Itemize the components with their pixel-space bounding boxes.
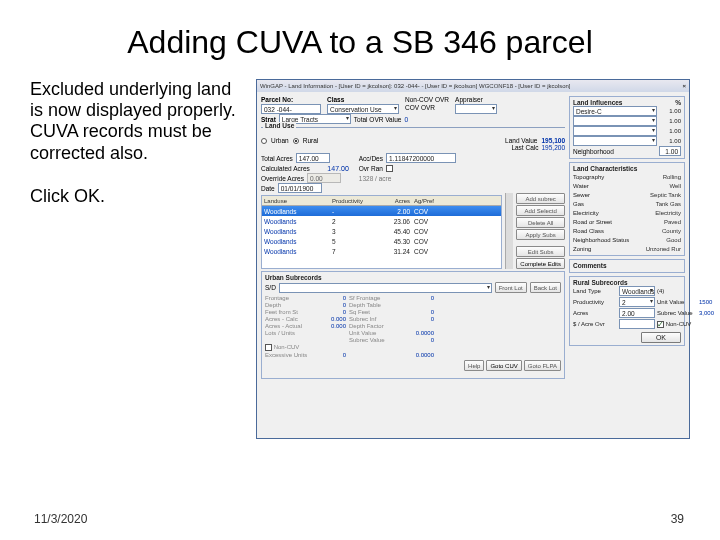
depth-table-label: Depth Table <box>349 302 401 308</box>
char-label: Water <box>573 183 589 189</box>
rural-radio[interactable] <box>293 138 299 144</box>
table-row[interactable]: Woodlands731.24COV <box>262 246 501 256</box>
total-acres-field[interactable]: 147.00 <box>296 153 330 163</box>
excessive-units-value2: 0.0000 <box>404 352 434 358</box>
productivity-select[interactable]: 2 <box>619 297 655 307</box>
override-acres-field[interactable]: 0.00 <box>307 173 341 183</box>
land-characteristics-title: Land Characteristics <box>573 165 681 172</box>
parcel-no-label: Parcel No: <box>261 96 321 103</box>
landtype-select[interactable]: Woodlands <box>619 286 655 296</box>
influence-select-1[interactable]: Desire-C <box>573 106 657 116</box>
frontage-value: 0 <box>316 295 346 301</box>
per-acre-label: 1328 / acre <box>359 175 392 182</box>
acres-field[interactable]: 2.00 <box>619 308 655 318</box>
close-icon[interactable]: × <box>682 83 686 89</box>
wingap-window: WinGAP - Land Information - [User ID = j… <box>256 79 690 439</box>
date-field[interactable]: 01/01/1900 <box>278 183 322 193</box>
complete-edits-button[interactable]: Complete Edits <box>516 258 565 269</box>
rural-noncuv-checkbox[interactable] <box>657 321 664 328</box>
window-titlebar: WinGAP - Land Information - [User ID = j… <box>257 80 689 92</box>
slide-page-number: 39 <box>671 512 684 526</box>
urban-radio[interactable] <box>261 138 267 144</box>
char-label: Gas <box>573 201 584 207</box>
class-select[interactable]: Conservation Use <box>327 104 399 114</box>
edit-subs-button[interactable]: Edit Subs <box>516 246 565 257</box>
table-row[interactable]: Woodlands-2.00COV <box>262 206 501 216</box>
table-row[interactable]: Woodlands223.06COV <box>262 216 501 226</box>
char-label: Road or Street <box>573 219 612 225</box>
add-selected-button[interactable]: Add Selectd <box>516 205 565 216</box>
char-value: Paved <box>664 219 681 225</box>
influence-select-4[interactable] <box>573 136 657 146</box>
landuse-table-header: Landuse Productivity Acres Ag/Pref <box>262 196 501 206</box>
influence-select-3[interactable] <box>573 126 657 136</box>
apply-subs-button[interactable]: Apply Subs <box>516 229 565 240</box>
scrollbar[interactable] <box>505 193 513 269</box>
appraiser-label: Appraiser <box>455 96 497 103</box>
goto-cuv-button[interactable]: Goto CUV <box>486 360 521 371</box>
unitvalue-value: 1500 <box>699 299 720 305</box>
front-lot-button[interactable]: Front Lot <box>495 282 527 293</box>
table-row[interactable]: Woodlands545.30COV <box>262 236 501 246</box>
delete-all-button[interactable]: Delete All <box>516 217 565 228</box>
char-label: Road Class <box>573 228 604 234</box>
override-acres-label: Override Acres <box>261 175 304 182</box>
land-influences-title: Land Influences <box>573 99 622 106</box>
last-calc-value: 195,200 <box>542 144 566 151</box>
acres-calc-label: Acres - Calc <box>265 316 313 322</box>
table-row[interactable]: Woodlands345.40COV <box>262 226 501 236</box>
urban-radio-label: Urban <box>271 137 289 144</box>
sf-frontage-label: Sf Frontage <box>349 295 401 301</box>
char-value: Rolling <box>663 174 681 180</box>
sqfeet-value: 0 <box>404 309 434 315</box>
noncuv-checkbox[interactable] <box>265 344 272 351</box>
class-label: Class <box>327 96 399 103</box>
subrec-inf-label: Subrec Inf <box>349 316 401 322</box>
acres-calc-value: 0.000 <box>316 316 346 322</box>
parcel-no-field[interactable]: 032 -044- <box>261 104 321 114</box>
help-button[interactable]: Help <box>464 360 484 371</box>
add-subrec-button[interactable]: Add subrec <box>516 193 565 204</box>
ovrran-checkbox[interactable] <box>386 165 393 172</box>
subrec-inf-value: 0 <box>404 316 434 322</box>
char-label: Zoning <box>573 246 591 252</box>
ok-button[interactable]: OK <box>641 332 681 343</box>
noncuv-label: Non-CUV <box>274 344 300 350</box>
pct-label: % <box>675 99 681 106</box>
accdes-field[interactable]: 1.11847200000 <box>386 153 456 163</box>
neighborhood-field[interactable]: 1.00 <box>659 146 681 156</box>
slide-title: Adding CUVA to a SB 346 parcel <box>0 0 720 79</box>
char-label: Sewer <box>573 192 590 198</box>
char-label: Topography <box>573 174 604 180</box>
date-label: Date <box>261 185 275 192</box>
depth-value: 0 <box>316 302 346 308</box>
sf-frontage-value: 0 <box>404 295 434 301</box>
rural-radio-label: Rural <box>303 137 319 144</box>
rsubrecval-value: 3,000 <box>699 310 720 316</box>
accdes-label: Acc/Des <box>359 155 383 162</box>
goto-flpa-button[interactable]: Goto FLPA <box>524 360 561 371</box>
neighborhood-label: Neighborhood <box>573 148 657 155</box>
total-ovr-label: Total OVR Value <box>354 116 402 123</box>
char-label: Electricity <box>573 210 599 216</box>
influence-pct-2: 1.00 <box>659 118 681 124</box>
feet-from-st-label: Feet from St <box>265 309 313 315</box>
appraiser-select[interactable] <box>455 104 497 114</box>
influence-select-2[interactable] <box>573 116 657 126</box>
acres-label: Acres <box>573 310 617 316</box>
lots-units-label: Lots / Units <box>265 330 313 336</box>
last-calc-label: Last Calc <box>511 144 538 151</box>
influence-pct-3: 1.00 <box>659 128 681 134</box>
unit-value: 0.0000 <box>404 330 434 336</box>
noncov-ovr-label: Non-COV OVR <box>405 96 449 103</box>
depth-label: Depth <box>265 302 313 308</box>
land-value: 195,100 <box>542 137 566 144</box>
back-lot-button[interactable]: Back Lot <box>530 282 561 293</box>
landtype-label: Land Type <box>573 288 617 294</box>
comments-label: Comments <box>573 262 607 269</box>
depth-factor-label: Depth Factor <box>349 323 401 329</box>
sd-select[interactable] <box>279 283 492 293</box>
unit-value-label: Unit Value <box>349 330 401 336</box>
cov-ovr-label: COV OVR <box>405 104 449 111</box>
sacreovr-field[interactable] <box>619 319 655 329</box>
